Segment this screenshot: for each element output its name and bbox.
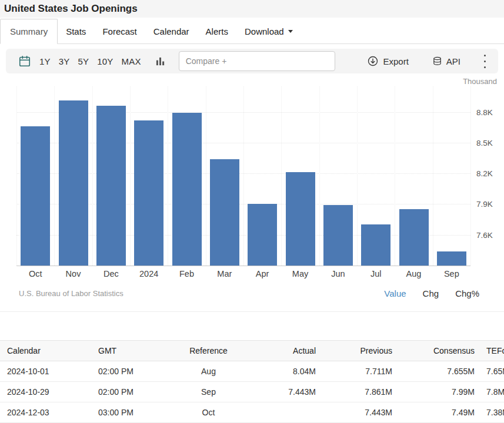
- table-cell: 7.65M: [480, 361, 504, 382]
- x-tick-label: Mar: [217, 269, 232, 278]
- calendar-icon: [18, 55, 31, 68]
- column-header-consensus: Consensus: [398, 341, 480, 361]
- page: United States Job Openings Summary Stats…: [0, 0, 504, 423]
- bar-mar[interactable]: [210, 159, 239, 266]
- table-cell: 7.711M: [322, 361, 398, 382]
- page-title: United States Job Openings: [4, 3, 138, 15]
- tab-summary[interactable]: Summary: [0, 19, 58, 44]
- export-icon: [367, 55, 379, 67]
- tab-alerts[interactable]: Alerts: [198, 19, 236, 43]
- kebab-menu-icon: [484, 55, 486, 56]
- tab-download[interactable]: Download: [236, 19, 301, 43]
- tab-label: Calendar: [153, 26, 189, 36]
- x-tick-label: Jul: [371, 269, 382, 278]
- bar-sep[interactable]: [437, 251, 466, 266]
- bar-feb[interactable]: [172, 113, 202, 266]
- bar-apr[interactable]: [248, 204, 277, 266]
- api-label: API: [446, 56, 460, 66]
- column-header-actual: Actual: [245, 341, 322, 361]
- tab-label: Stats: [66, 26, 86, 36]
- table-cell: 02:00 PM: [92, 382, 172, 402]
- table-cell: 7.8M: [480, 382, 504, 402]
- tab-forecast[interactable]: Forecast: [94, 19, 145, 43]
- x-tick-label: Aug: [406, 269, 422, 278]
- v-gridline: [395, 86, 395, 266]
- bar-chart-icon: [155, 56, 165, 66]
- v-gridline: [168, 86, 168, 266]
- column-header-gmt: GMT: [92, 341, 172, 361]
- table-cell: 7.49M: [398, 402, 480, 423]
- x-tick-label: Apr: [256, 269, 269, 278]
- kebab-menu-button[interactable]: [480, 52, 490, 70]
- v-gridline: [319, 86, 320, 266]
- tab-label: Summary: [10, 26, 48, 36]
- range-10y-button[interactable]: 10Y: [93, 54, 117, 69]
- table-cell: Aug: [172, 361, 245, 382]
- table-cell: 7.443M: [245, 382, 322, 402]
- api-database-icon: [432, 56, 442, 67]
- date-range-calendar-button[interactable]: [14, 52, 35, 70]
- table-cell: 7.861M: [322, 382, 398, 402]
- bar-oct[interactable]: [21, 126, 50, 266]
- y-tick-label: 8.5K: [476, 138, 493, 147]
- calendar-table: CalendarGMTReferenceActualPreviousConsen…: [0, 340, 504, 423]
- table-row[interactable]: 2024-12-0303:00 PMOct7.443M7.49M7.38M: [0, 402, 504, 423]
- mode-chg-button[interactable]: Chg: [423, 288, 439, 298]
- toolbar-right-group: Export API: [363, 52, 490, 70]
- v-gridline: [16, 86, 17, 266]
- bar-nov[interactable]: [59, 100, 88, 266]
- column-header-reference: Reference: [172, 341, 245, 361]
- v-gridline: [243, 86, 244, 266]
- range-3y-button[interactable]: 3Y: [55, 54, 74, 69]
- v-gridline: [130, 86, 131, 266]
- table-cell: [245, 402, 322, 423]
- table-row[interactable]: 2024-10-2902:00 PMSep7.443M7.861M7.99M7.…: [0, 382, 504, 402]
- column-header-previous: Previous: [322, 341, 398, 361]
- table-header-row: CalendarGMTReferenceActualPreviousConsen…: [0, 341, 504, 361]
- v-gridline: [92, 86, 93, 266]
- table-cell: 02:00 PM: [92, 361, 172, 382]
- v-gridline: [470, 86, 471, 266]
- table-cell: 03:00 PM: [92, 402, 172, 423]
- table-cell: 7.99M: [398, 382, 480, 402]
- tab-label: Download: [245, 26, 284, 36]
- table-cell: 7.38M: [480, 402, 504, 423]
- tab-stats[interactable]: Stats: [58, 19, 94, 43]
- bar-dec[interactable]: [96, 106, 126, 266]
- v-gridline: [433, 86, 433, 266]
- export-button[interactable]: Export: [363, 53, 412, 69]
- bar-jun[interactable]: [323, 205, 353, 266]
- chart-card: Thousand 8.8K8.5K8.2K7.9K7.6K OctNovDec2…: [0, 73, 504, 312]
- mode-chg-pct-button[interactable]: Chg%: [455, 288, 479, 298]
- table-cell: 7.443M: [322, 402, 398, 423]
- api-button[interactable]: API: [428, 53, 465, 69]
- bar-aug[interactable]: [399, 209, 429, 266]
- tab-calendar[interactable]: Calendar: [145, 19, 198, 43]
- v-gridline: [206, 86, 206, 266]
- y-tick-label: 7.6K: [476, 230, 493, 239]
- range-1y-button[interactable]: 1Y: [35, 54, 55, 69]
- calendar-table-body: 2024-10-0102:00 PMAug8.04M7.711M7.655M7.…: [0, 361, 504, 423]
- table-cell: Sep: [172, 382, 245, 402]
- tab-label: Alerts: [206, 26, 228, 36]
- mode-value-button[interactable]: Value: [384, 288, 406, 298]
- mode-switch: Value Chg Chg%: [384, 288, 479, 298]
- bar-jul[interactable]: [361, 224, 390, 266]
- plot-area: [16, 86, 470, 266]
- range-max-button[interactable]: MAX: [118, 54, 145, 69]
- v-gridline: [281, 86, 282, 266]
- chart-toolbar: 1Y 3Y 5Y 10Y MAX Export: [6, 49, 498, 73]
- range-5y-button[interactable]: 5Y: [74, 54, 94, 69]
- v-gridline: [357, 86, 358, 266]
- titlebar: United States Job Openings: [0, 0, 504, 18]
- table-row[interactable]: 2024-10-0102:00 PMAug8.04M7.711M7.655M7.…: [0, 361, 504, 382]
- x-tick-label: May: [292, 269, 308, 278]
- chart-type-button[interactable]: [151, 54, 169, 69]
- bar-2024[interactable]: [134, 120, 163, 266]
- v-gridline: [54, 86, 55, 266]
- calendar-table-head: CalendarGMTReferenceActualPreviousConsen…: [0, 341, 504, 361]
- column-header-calendar: Calendar: [0, 341, 92, 361]
- x-tick-label: Oct: [29, 269, 42, 278]
- compare-input[interactable]: [179, 51, 335, 71]
- bar-may[interactable]: [286, 172, 315, 266]
